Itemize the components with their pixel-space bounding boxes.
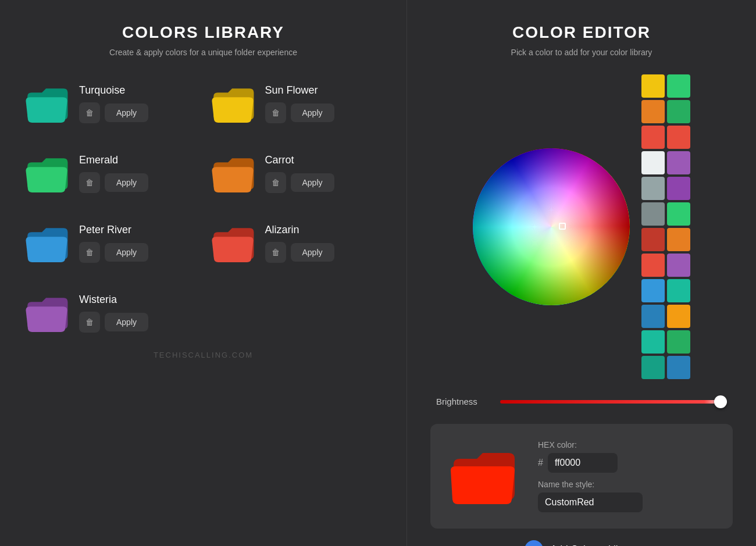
swatch-10[interactable] <box>641 202 665 226</box>
swatch-19[interactable] <box>667 305 690 328</box>
color-name-carrot: Carrot <box>265 154 334 166</box>
swatch-11[interactable] <box>667 202 690 226</box>
apply-button-sun-flower[interactable]: Apply <box>291 104 334 122</box>
color-item-wisteria: Wisteria 🗑 Apply <box>23 284 198 342</box>
editor-bottom: HEX color: # Name the style: <box>430 424 733 529</box>
swatch-21[interactable] <box>667 330 690 354</box>
delete-button-emerald[interactable]: 🗑 <box>79 172 100 193</box>
swatch-4[interactable] <box>641 126 665 149</box>
colors-grid: Turquoise 🗑 Apply Sun Flower 🗑 Apply Eme… <box>23 74 383 342</box>
swatch-8[interactable] <box>641 177 665 200</box>
brightness-slider[interactable] <box>500 400 727 404</box>
editor-title: COLOR EDITOR <box>512 23 651 42</box>
color-wheel-container[interactable] <box>473 148 630 305</box>
swatch-16[interactable] <box>641 279 665 302</box>
delete-button-turquoise[interactable]: 🗑 <box>79 102 100 123</box>
color-name-alizarin: Alizarin <box>265 224 334 236</box>
style-name-input[interactable] <box>538 493 643 512</box>
hex-input[interactable] <box>548 453 618 473</box>
color-info-emerald: Emerald 🗑 Apply <box>79 154 148 193</box>
color-info-wisteria: Wisteria 🗑 Apply <box>79 294 148 333</box>
swatch-9[interactable] <box>667 177 690 200</box>
swatch-18[interactable] <box>641 305 665 328</box>
apply-button-emerald[interactable]: Apply <box>105 173 148 192</box>
editor-subtitle: Pick a color to add for your color libra… <box>511 48 652 57</box>
watermark: TECHISCALLING.COM <box>23 345 383 365</box>
color-actions-emerald: 🗑 Apply <box>79 172 148 193</box>
color-item-peter-river: Peter River 🗑 Apply <box>23 214 198 272</box>
color-info-alizarin: Alizarin 🗑 Apply <box>265 224 334 263</box>
folder-icon-turquoise <box>23 80 70 127</box>
editor-fields: HEX color: # Name the style: <box>538 440 718 512</box>
swatch-20[interactable] <box>641 330 665 354</box>
library-title: COLORS LIBRARY <box>23 23 383 42</box>
swatch-17[interactable] <box>667 279 690 302</box>
swatch-5[interactable] <box>667 126 690 149</box>
folder-icon-wisteria <box>23 290 70 336</box>
color-actions-alizarin: 🗑 Apply <box>265 242 334 263</box>
color-wheel[interactable] <box>473 148 630 305</box>
color-info-turquoise: Turquoise 🗑 Apply <box>79 84 148 123</box>
swatch-12[interactable] <box>641 228 665 251</box>
color-name-turquoise: Turquoise <box>79 84 148 97</box>
color-actions-peter-river: 🗑 Apply <box>79 242 148 263</box>
delete-button-carrot[interactable]: 🗑 <box>265 172 286 193</box>
color-picker-area <box>473 74 690 379</box>
color-info-peter-river: Peter River 🗑 Apply <box>79 224 148 263</box>
apply-button-carrot[interactable]: Apply <box>291 173 334 192</box>
color-item-emerald: Emerald 🗑 Apply <box>23 144 198 202</box>
swatch-3[interactable] <box>667 100 690 123</box>
brightness-thumb <box>714 395 727 408</box>
color-actions-wisteria: 🗑 Apply <box>79 312 148 333</box>
hex-input-wrapper: # <box>538 453 718 473</box>
color-actions-carrot: 🗑 Apply <box>265 172 334 193</box>
color-item-alizarin: Alizarin 🗑 Apply <box>209 214 384 272</box>
hex-field-group: HEX color: # <box>538 440 718 473</box>
folder-icon-carrot <box>209 150 256 197</box>
add-color-label: Add Color to Library <box>550 544 638 546</box>
apply-button-turquoise[interactable]: Apply <box>105 104 148 122</box>
swatch-6[interactable] <box>641 151 665 174</box>
preview-folder <box>445 438 520 514</box>
apply-button-alizarin[interactable]: Apply <box>291 243 334 262</box>
brightness-label: Brightness <box>436 397 488 406</box>
add-color-button[interactable]: + Add Color to Library <box>525 540 638 546</box>
apply-button-wisteria[interactable]: Apply <box>105 313 148 331</box>
delete-button-peter-river[interactable]: 🗑 <box>79 242 100 263</box>
folder-icon-peter-river <box>23 220 70 266</box>
delete-button-sun-flower[interactable]: 🗑 <box>265 102 286 123</box>
color-name-sun-flower: Sun Flower <box>265 84 334 97</box>
swatch-13[interactable] <box>667 228 690 251</box>
name-label: Name the style: <box>538 480 718 489</box>
delete-button-wisteria[interactable]: 🗑 <box>79 312 100 333</box>
color-name-wisteria: Wisteria <box>79 294 148 306</box>
hex-label: HEX color: <box>538 440 718 449</box>
folder-icon-emerald <box>23 150 70 197</box>
swatch-23[interactable] <box>667 356 690 379</box>
color-editor-panel: COLOR EDITOR Pick a color to add for you… <box>407 0 756 546</box>
swatch-1[interactable] <box>667 74 690 98</box>
swatch-7[interactable] <box>667 151 690 174</box>
folder-icon-alizarin <box>209 220 256 266</box>
swatch-14[interactable] <box>641 254 665 277</box>
swatch-0[interactable] <box>641 74 665 98</box>
hex-hash: # <box>538 458 543 468</box>
brightness-section: Brightness <box>430 397 733 406</box>
add-icon: + <box>525 540 543 546</box>
swatch-22[interactable] <box>641 356 665 379</box>
color-actions-sun-flower: 🗑 Apply <box>265 102 334 123</box>
color-info-carrot: Carrot 🗑 Apply <box>265 154 334 193</box>
name-field-group: Name the style: <box>538 480 718 512</box>
color-item-sun-flower: Sun Flower 🗑 Apply <box>209 74 384 133</box>
swatches-grid <box>641 74 690 379</box>
apply-button-peter-river[interactable]: Apply <box>105 243 148 262</box>
color-actions-turquoise: 🗑 Apply <box>79 102 148 123</box>
color-item-turquoise: Turquoise 🗑 Apply <box>23 74 198 133</box>
swatch-2[interactable] <box>641 100 665 123</box>
color-info-sun-flower: Sun Flower 🗑 Apply <box>265 84 334 123</box>
folder-icon-sun-flower <box>209 80 256 127</box>
color-item-carrot: Carrot 🗑 Apply <box>209 144 384 202</box>
swatch-15[interactable] <box>667 254 690 277</box>
library-subtitle: Create & apply colors for a unique folde… <box>23 48 383 57</box>
delete-button-alizarin[interactable]: 🗑 <box>265 242 286 263</box>
